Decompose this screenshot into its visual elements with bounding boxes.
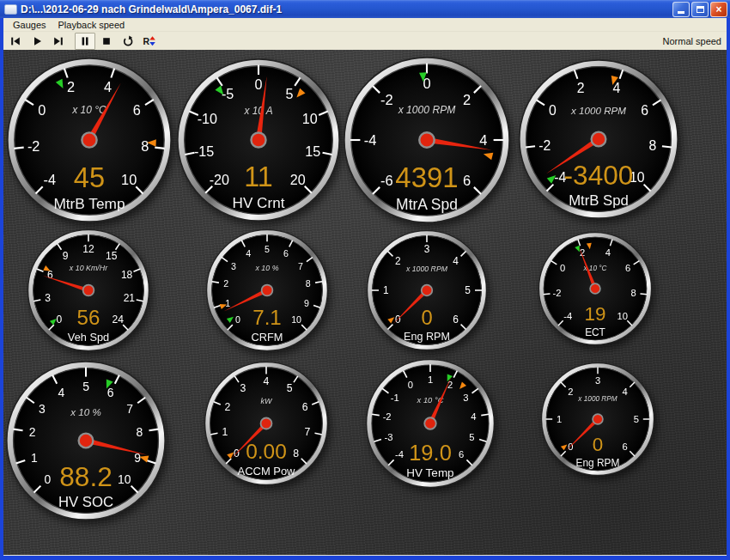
scale-label: 4 [623,387,628,397]
close-button[interactable]: × [710,2,727,17]
gauge-unit: x 1000 RPM [570,105,626,116]
scale-label: 0 [44,472,51,486]
gauge-value: 19 [585,303,606,325]
scale-label: 2 [577,81,585,95]
gauge-unit: x 10 A [243,105,272,117]
loop-button[interactable] [118,33,138,50]
menu-bar: Gauges Playback speed [3,18,727,32]
scale-label: 4 [104,79,112,94]
scale-label: -5 [222,86,234,101]
maximize-button[interactable] [691,2,709,17]
gauge-name: Eng RPM [404,331,450,343]
scale-label: 5 [634,414,639,424]
needle-hub [82,132,96,147]
scale-label: 18 [121,269,133,281]
pause-button[interactable] [75,33,95,50]
scale-label: 1 [225,298,230,308]
scale-label: 6 [107,386,114,399]
gauge-mtrb-temp: -4-20246810x 10 °C45MtrB Temp [7,58,172,222]
scale-label: 6 [283,248,289,259]
scale-label: -15 [194,143,214,159]
needle-hub [424,417,436,429]
playback-toolbar: RNormal speed [3,32,727,50]
gauge-eng-rpm-b: 0123456x 1000 RPM0Eng RPM [541,362,654,476]
scale-label: 2 [29,425,36,439]
tick-mark [640,294,647,295]
close-icon: × [715,3,721,15]
scale-label: 2 [224,401,230,413]
gauge-name: MtrA Spd [396,196,458,213]
app-icon [4,4,17,15]
scale-label: 10 [121,172,137,187]
minimize-button[interactable] [672,2,690,17]
scale-label: -6 [380,173,393,188]
gauge-value: 7.1 [252,306,282,329]
gauge-name: MtrB Temp [53,195,125,212]
scale-label: 9 [304,298,309,308]
scale-label: 15 [305,143,320,159]
gauge-value: -3400 [564,160,634,191]
menu-playback-speed[interactable]: Playback speed [52,19,131,31]
scale-label: 3 [45,292,51,304]
stop-button[interactable] [96,33,117,50]
scale-label: 4 [471,411,476,422]
skip-start-icon [9,34,22,48]
gauge-value: 19.0 [409,441,452,465]
svg-text:R: R [143,36,150,46]
scale-label: 10 [617,311,627,321]
scale-label: 4 [605,247,611,258]
gauge-value: 0 [593,434,603,455]
scale-label: 8 [306,278,311,289]
scale-label: 1 [428,374,433,385]
play-button[interactable] [27,33,47,50]
gauge-hv-soc: 012345678910x 10 %88.2HV SOC [6,361,166,520]
scale-label: -4 [364,132,377,148]
scale-label: 3 [424,243,430,255]
scale-label: 0 [255,76,263,92]
scale-label: -2 [380,92,393,107]
scale-label: 6 [463,173,471,188]
gauge-eng-rpm-a: 0123456x 1000 RPM0Eng RPM [367,230,487,350]
scale-label: -10 [198,111,217,126]
replay-rate-button[interactable]: R [139,33,160,50]
scale-label: 4 [58,386,64,399]
play-icon [30,34,44,48]
scale-label: 21 [124,292,136,304]
scale-label: 8 [648,138,656,153]
scale-label: 10 [118,472,131,486]
tick-mark [526,146,535,147]
scale-label: 6 [453,313,459,326]
scale-label: -2 [27,138,40,154]
gauge-crfm: 012345678910x 10 %7.1CRFM [206,229,328,351]
gauge-value: 11 [244,161,273,192]
scale-label: 5 [285,86,293,101]
gauge-value: 4391 [395,161,458,193]
skip-to-end-button[interactable] [48,33,69,50]
gauge-ect: -4-20246810x 10 °C19ECT [538,232,652,345]
needle-hub [262,285,273,296]
needle-hub [251,132,265,147]
stop-icon [100,34,113,48]
gauge-unit: x 10 % [70,406,101,417]
needle-hub [592,132,606,147]
scale-label: 7 [305,426,311,438]
gauge-unit: x 10 % [254,264,278,272]
scale-label: 0 [235,314,240,325]
gauge-mtra-spd: -6-4-20246x 1000 RPM4391MtrA Spd [344,57,510,223]
tick-mark [14,148,23,149]
menu-gauges[interactable]: Gauges [7,19,52,31]
scale-label: 4 [264,375,270,387]
gauge-dashboard: -4-20246810x 10 °C45MtrB Temp-20-15-10-5… [3,50,727,556]
pause-icon [78,34,92,48]
replay-r-icon: R [143,34,156,48]
scale-label: 5 [469,432,474,442]
gauge-unit: x 10 Km/Hr [69,264,108,272]
scale-label: 24 [112,313,124,326]
gauge-name: Eng RPM [576,457,620,469]
gauge-name: MtrB Spd [569,192,629,209]
scale-label: 20 [290,172,306,187]
scale-label: -2 [538,138,551,153]
scale-label: -2 [552,288,561,298]
skip-to-start-button[interactable] [5,33,26,50]
scale-label: 1 [557,414,562,424]
